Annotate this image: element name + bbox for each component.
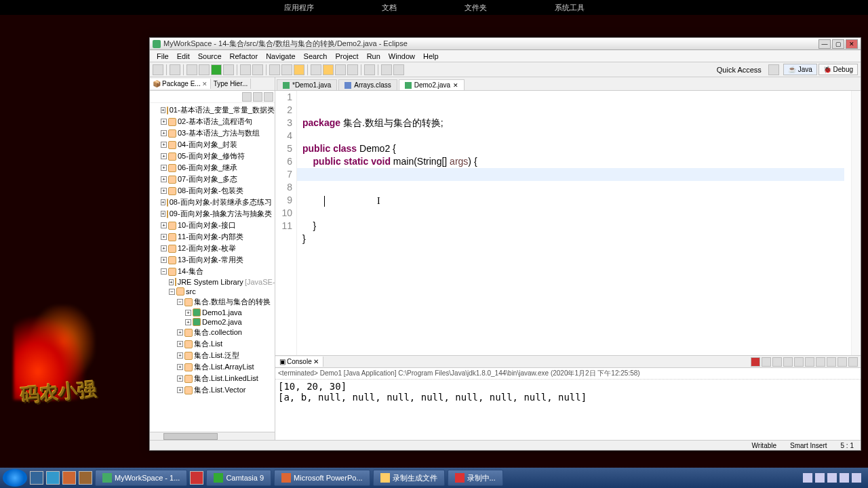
tree-item[interactable]: +09-面向对象-抽象方法与抽象类: [151, 208, 273, 220]
expand-icon[interactable]: +: [177, 364, 183, 370]
tree-item[interactable]: +集合.List: [151, 338, 273, 350]
console-tab[interactable]: ▣ Console ✕: [275, 357, 323, 367]
tree-item[interactable]: +Demo1.java: [151, 308, 273, 317]
tree-item[interactable]: +06-面向对象_继承: [151, 162, 273, 174]
expand-icon[interactable]: +: [161, 199, 165, 205]
expand-icon[interactable]: +: [161, 176, 167, 182]
top-tab[interactable]: 文件夹: [465, 3, 487, 15]
expand-icon[interactable]: +: [185, 310, 191, 316]
perspective-java[interactable]: ☕ Java: [783, 64, 817, 75]
menu-file[interactable]: File: [153, 52, 173, 60]
expand-icon[interactable]: +: [169, 279, 174, 285]
start-button[interactable]: [3, 469, 27, 487]
view-menu-icon[interactable]: [264, 92, 273, 102]
expand-icon[interactable]: +: [161, 222, 167, 228]
tree-item[interactable]: −14-集合: [151, 266, 273, 277]
menu-help[interactable]: Help: [419, 52, 443, 60]
tree-item[interactable]: +集合.List.Vector: [151, 384, 273, 396]
toggle-breadcrumb-icon[interactable]: [311, 64, 321, 75]
display-selected-icon[interactable]: [816, 357, 825, 367]
expand-icon[interactable]: −: [177, 299, 183, 305]
link-editor-icon[interactable]: [253, 92, 262, 102]
tree-item[interactable]: +集合.List.ArrayList: [151, 361, 273, 373]
window-title-bar[interactable]: MyWorkSpace - 14-集合/src/集合/数组与集合的转换/Demo…: [150, 38, 861, 50]
expand-icon[interactable]: +: [161, 257, 167, 263]
top-tab[interactable]: 应用程序: [284, 3, 314, 15]
tray-icon[interactable]: [827, 473, 837, 483]
quick-access[interactable]: Quick Access: [714, 64, 764, 75]
tree-item[interactable]: +02-基本语法_流程语句: [151, 116, 273, 127]
tree-item[interactable]: +01-基本语法_变量_常量_数据类型_运算: [151, 104, 273, 116]
scroll-lock-icon[interactable]: [794, 357, 804, 367]
close-button[interactable]: ✕: [846, 39, 858, 49]
expand-icon[interactable]: +: [161, 245, 167, 251]
expand-icon[interactable]: +: [161, 142, 167, 148]
tree-item[interactable]: +03-基本语法_方法与数组: [151, 127, 273, 139]
taskbar-pin-icon[interactable]: [46, 471, 60, 485]
console-output[interactable]: [10, 20, 30] [a, b, null, null, null, nu…: [275, 380, 861, 440]
taskbar-pin-icon[interactable]: [30, 471, 43, 485]
close-icon[interactable]: ✕: [453, 82, 458, 89]
code-editor[interactable]: 1234567891011 package 集合.数组与集合的转换; publi…: [275, 91, 861, 355]
tree-item[interactable]: +集合.List.泛型: [151, 350, 273, 361]
menu-search[interactable]: Search: [300, 52, 332, 60]
tree-item[interactable]: +04-面向对象_封装: [151, 139, 273, 150]
tree-item[interactable]: +集合.List.LinkedList: [151, 373, 273, 384]
pin-console-icon[interactable]: [805, 357, 814, 367]
debug-icon[interactable]: [199, 64, 210, 75]
open-perspective-icon[interactable]: [768, 64, 779, 75]
tree-item[interactable]: −集合.数组与集合的转换: [151, 296, 273, 308]
tree-item[interactable]: +11-面向对象-内部类: [151, 231, 273, 243]
task-icon[interactable]: [294, 64, 304, 75]
new-icon[interactable]: [153, 64, 163, 75]
open-type-icon[interactable]: [269, 64, 280, 75]
expand-icon[interactable]: +: [177, 341, 183, 347]
taskbar-pin-icon[interactable]: [190, 471, 203, 485]
tray-icon[interactable]: [815, 473, 825, 483]
menu-refactor[interactable]: Refactor: [226, 52, 262, 60]
forward-icon[interactable]: [393, 64, 404, 75]
new-package-icon[interactable]: [252, 64, 263, 75]
expand-icon[interactable]: +: [177, 387, 183, 393]
tray-icon[interactable]: [803, 473, 812, 483]
expand-icon[interactable]: +: [161, 211, 165, 217]
tree-item[interactable]: +Demo2.java: [151, 317, 273, 327]
tree-item[interactable]: +08-面向对象-包装类: [151, 185, 273, 197]
block-selection-icon[interactable]: [335, 64, 346, 75]
search-icon[interactable]: [281, 64, 292, 75]
type-hierarchy-tab[interactable]: Type Hier...: [211, 79, 252, 89]
tree-item[interactable]: +08-面向对象-封装继承多态练习: [151, 197, 273, 208]
coverage-icon[interactable]: [223, 64, 234, 75]
tree-item[interactable]: +JRE System Library [JavaSE-1.8]: [151, 277, 273, 287]
tree-item[interactable]: −src: [151, 287, 273, 296]
expand-icon[interactable]: +: [177, 352, 183, 359]
expand-icon[interactable]: +: [185, 319, 191, 325]
tree-item[interactable]: +12-面向对象-枚举: [151, 243, 273, 254]
back-icon[interactable]: [381, 64, 392, 75]
taskbar-app-camtasia[interactable]: Camtasia 9: [206, 470, 271, 486]
maximize-view-icon[interactable]: [848, 357, 858, 367]
remove-launch-icon[interactable]: [762, 357, 771, 367]
run-icon[interactable]: [211, 64, 222, 75]
menu-edit[interactable]: Edit: [173, 52, 194, 60]
tree-item[interactable]: +集合.collection: [151, 327, 273, 338]
top-tab[interactable]: 系统工具: [555, 3, 585, 15]
show-whitespace-icon[interactable]: [347, 64, 358, 75]
horizontal-scrollbar[interactable]: [150, 432, 275, 440]
annotation-nav-icon[interactable]: [364, 64, 375, 75]
taskbar-pin-icon[interactable]: [62, 471, 76, 485]
taskbar-app-powerpoint[interactable]: Microsoft PowerPo...: [274, 470, 370, 486]
expand-icon[interactable]: +: [177, 375, 183, 382]
remove-all-icon[interactable]: [772, 357, 782, 367]
editor-tab-arrays[interactable]: Arrays.class: [338, 79, 397, 90]
system-tray[interactable]: [803, 473, 865, 483]
maximize-button[interactable]: ▢: [832, 39, 844, 49]
menu-source[interactable]: Source: [194, 52, 226, 60]
expand-icon[interactable]: +: [161, 107, 165, 113]
expand-icon[interactable]: +: [161, 130, 167, 136]
tray-icon[interactable]: [852, 473, 861, 483]
close-icon[interactable]: ✕: [313, 358, 319, 365]
menu-navigate[interactable]: Navigate: [262, 52, 299, 60]
expand-icon[interactable]: +: [161, 119, 167, 125]
build-icon[interactable]: [186, 64, 197, 75]
